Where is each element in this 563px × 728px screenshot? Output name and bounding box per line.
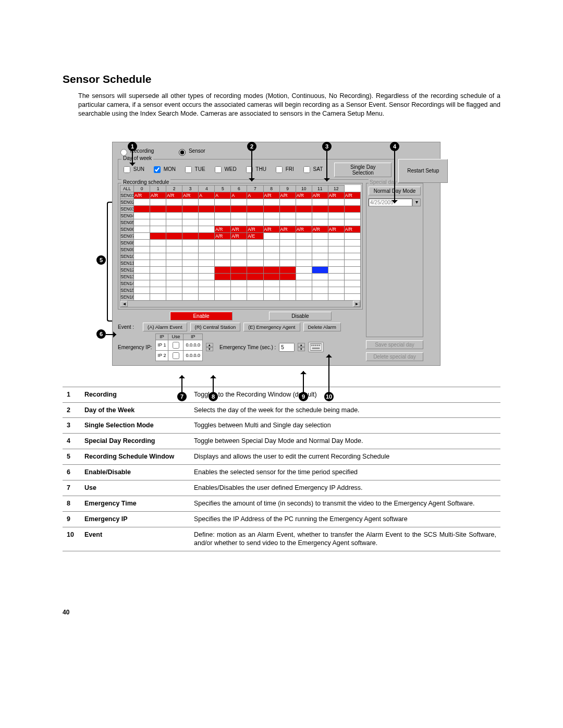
schedule-row[interactable]: SEN15	[120, 287, 361, 293]
day-checkbox-mon[interactable]: MON	[152, 165, 176, 175]
schedule-row[interactable]: SEN08	[120, 239, 361, 246]
ip-spinner[interactable]: ▴▾	[206, 343, 213, 351]
sensor-radio[interactable]: Sensor	[176, 148, 205, 154]
restart-setup-button[interactable]: Restart Setup	[398, 159, 448, 183]
legend-row: 6Enable/DisableEnables the selected sens…	[63, 465, 500, 480]
schedule-row[interactable]: SEN05	[120, 219, 361, 226]
central-station-button[interactable]: (R) Central Station	[190, 323, 241, 331]
schedule-row[interactable]: SEN06A/RA/RA/RA/RA/RA/RA/RA/RA/R	[120, 226, 361, 232]
annotated-screenshot: 1 2 3 4 5 6 7 8 9 10	[99, 142, 464, 366]
svg-rect-1	[311, 345, 313, 347]
page-number: 40	[63, 609, 500, 616]
scroll-right-icon[interactable]: ▸	[353, 301, 360, 307]
save-special-day-button[interactable]: Save special day	[366, 340, 423, 349]
day-checkbox-sat[interactable]: SAT	[301, 165, 323, 175]
emergency-ip-row[interactable]: IP 10.0.0.0	[155, 340, 202, 350]
disable-button[interactable]: Disable	[269, 312, 332, 320]
alarm-event-button[interactable]: (A) Alarm Event	[143, 323, 187, 331]
day-checkbox-sun[interactable]: SUN	[121, 165, 144, 175]
schedule-panel: Recording Sensor Day of week SUN MON TUE…	[112, 142, 440, 366]
special-date-input[interactable]	[369, 199, 412, 206]
schedule-row[interactable]: SEN09	[120, 246, 361, 253]
emergency-ip-row[interactable]: IP 20.0.0.0	[155, 350, 202, 361]
legend-row: 3Single Selection ModeToggles between Mu…	[63, 418, 500, 434]
legend-row: 2Day of the WeekSelects the day of the w…	[63, 402, 500, 418]
emergency-time-input[interactable]	[279, 343, 295, 352]
svg-rect-2	[313, 345, 315, 347]
emergency-agent-button[interactable]: (E) Emergency Agent	[243, 323, 300, 331]
legend-table: 1RecordingToggles to the Recording Windo…	[63, 387, 500, 552]
scroll-left-icon[interactable]: ◂	[120, 301, 128, 307]
legend-row: 10EventDefine: motion as an Alarm Event,…	[63, 527, 500, 551]
day-checkbox-thu[interactable]: THU	[244, 165, 266, 175]
special-day-legend: Special day	[369, 179, 398, 185]
intro-paragraph: The sensors will supersede all other typ…	[78, 92, 500, 118]
schedule-row[interactable]: SEN07A/RA/RA/E	[120, 232, 361, 239]
delete-alarm-button[interactable]: Delete Alarm	[303, 323, 341, 331]
date-dropdown-icon[interactable]: ▾	[412, 199, 421, 206]
emergency-ip-table[interactable]: IPUseIPIP 10.0.0.0IP 20.0.0.0	[155, 334, 203, 361]
recording-radio[interactable]: Recording	[118, 148, 154, 154]
legend-row: 4Special Day RecordingToggle between Spe…	[63, 434, 500, 449]
schedule-row[interactable]: SEN02	[120, 199, 361, 205]
schedule-row[interactable]: SEN14	[120, 280, 361, 287]
delete-special-day-button[interactable]: Delete special day	[366, 352, 423, 361]
schedule-row[interactable]: SEN13	[120, 273, 361, 280]
schedule-row[interactable]: SEN03	[120, 205, 361, 212]
legend-row: 8Emergency TimeSpecifies the amount of t…	[63, 496, 500, 511]
day-checkbox-wed[interactable]: WED	[213, 165, 237, 175]
normal-day-mode-button[interactable]: Normal Day Mode	[369, 187, 421, 195]
svg-rect-6	[312, 348, 320, 349]
emergency-time-label: Emergency Time (sec.) :	[219, 344, 276, 350]
day-of-week-legend: Day of week	[121, 155, 153, 161]
keyboard-icon[interactable]	[308, 342, 324, 352]
day-checkbox-tue[interactable]: TUE	[183, 165, 205, 175]
legend-row: 5Recording Schedule WindowDisplays and a…	[63, 449, 500, 465]
svg-rect-5	[319, 345, 321, 347]
emergency-ip-label: Emergency IP:	[118, 344, 152, 350]
svg-rect-3	[315, 345, 317, 347]
schedule-grid[interactable]: ALL0123456789101112SEN01A/RA/RA/RA/RAAAA…	[120, 185, 361, 301]
use-ip-checkbox[interactable]	[173, 352, 179, 359]
legend-row: 9Emergency IPSpecifies the IP Address of…	[63, 511, 500, 527]
legend-row: 1RecordingToggles to the Recording Windo…	[63, 387, 500, 402]
page-title: Sensor Schedule	[63, 73, 500, 85]
svg-rect-4	[317, 345, 319, 347]
schedule-row[interactable]: SEN16	[120, 293, 361, 300]
schedule-row[interactable]: SEN10	[120, 253, 361, 260]
schedule-row[interactable]: SEN04	[120, 212, 361, 219]
enable-button[interactable]: Enable	[170, 312, 232, 320]
single-day-selection-button[interactable]: Single Day Selection	[334, 163, 391, 177]
use-ip-checkbox[interactable]	[173, 342, 179, 349]
schedule-row[interactable]: SEN11	[120, 260, 361, 266]
schedule-row[interactable]: SEN01A/RA/RA/RA/RAAAAA/RA/RA/RA/RA/RA/R	[120, 192, 361, 199]
legend-row: 7UseEnables/Disables the user defined Em…	[63, 480, 500, 496]
schedule-row[interactable]: SEN12	[120, 266, 361, 273]
day-checkbox-fri[interactable]: FRI	[274, 165, 294, 175]
horizontal-scrollbar[interactable]: ◂ ▸	[120, 300, 361, 307]
event-label: Event :	[118, 324, 140, 330]
emergency-time-spinner[interactable]: ▴▾	[298, 343, 305, 351]
recording-schedule-box: Recording schedule ALL0123456789101112SE…	[118, 183, 363, 310]
